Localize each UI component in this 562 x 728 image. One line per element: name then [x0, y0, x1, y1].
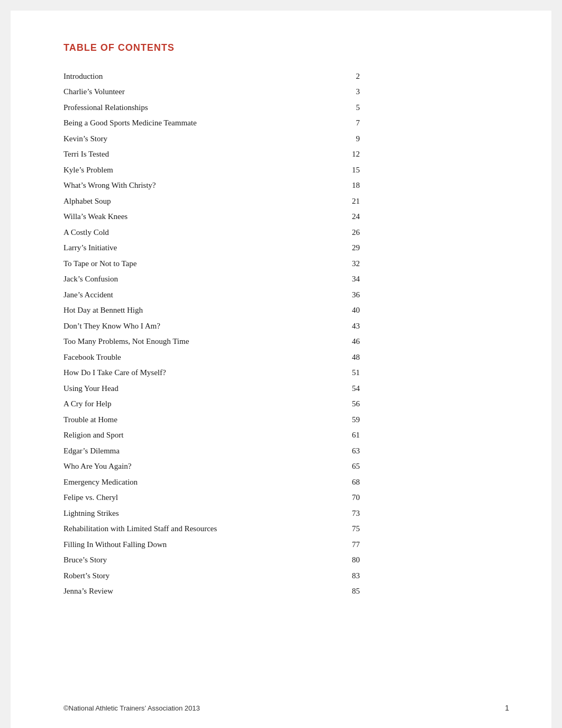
toc-entry-title: Being a Good Sports Medicine Teammate [64, 115, 318, 131]
toc-entry-title: Facebook Trouble [64, 349, 318, 365]
toc-row: Facebook Trouble48 [64, 349, 381, 365]
page: TABLE OF CONTENTS Introduction2Charlie’s… [11, 11, 551, 728]
toc-entry-page: 65 [318, 459, 381, 475]
toc-entry-title: Who Are You Again? [64, 459, 318, 475]
toc-entry-page: 9 [318, 131, 381, 147]
toc-entry-page: 59 [318, 412, 381, 427]
toc-entry-title: Robert’s Story [64, 568, 318, 584]
toc-entry-page: 43 [318, 318, 381, 334]
toc-entry-title: Jack’s Confusion [64, 271, 318, 287]
toc-row: Being a Good Sports Medicine Teammate7 [64, 115, 381, 131]
toc-row: Who Are You Again?65 [64, 459, 381, 475]
toc-entry-title: How Do I Take Care of Myself? [64, 365, 318, 381]
toc-entry-title: Hot Day at Bennett High [64, 303, 318, 319]
toc-entry-page: 3 [318, 84, 381, 100]
toc-entry-title: Filling In Without Falling Down [64, 536, 318, 552]
toc-entry-page: 40 [318, 303, 381, 319]
toc-entry-page: 24 [318, 209, 381, 225]
toc-entry-page: 34 [318, 271, 381, 287]
toc-entry-page: 21 [318, 193, 381, 209]
toc-row: Emergency Medication68 [64, 474, 381, 490]
toc-entry-title: Willa’s Weak Knees [64, 209, 318, 225]
toc-entry-page: 68 [318, 474, 381, 490]
toc-entry-title: Larry’s Initiative [64, 240, 318, 256]
toc-entry-title: Using Your Head [64, 380, 318, 396]
toc-entry-page: 61 [318, 427, 381, 443]
toc-row: Willa’s Weak Knees24 [64, 209, 381, 225]
toc-row: To Tape or Not to Tape32 [64, 256, 381, 271]
toc-entry-title: Professional Relationships [64, 99, 318, 115]
toc-entry-page: 83 [318, 568, 381, 584]
toc-entry-title: Charlie’s Volunteer [64, 84, 318, 100]
toc-entry-page: 77 [318, 536, 381, 552]
toc-entry-title: Introduction [64, 68, 318, 84]
toc-row: Trouble at Home59 [64, 412, 381, 427]
toc-entry-page: 56 [318, 396, 381, 412]
toc-row: Bruce’s Story80 [64, 552, 381, 568]
toc-entry-page: 73 [318, 505, 381, 521]
toc-row: Don’t They Know Who I Am?43 [64, 318, 381, 334]
footer-page-number: 1 [505, 704, 509, 712]
footer: ©National Athletic Trainers’ Association… [11, 704, 551, 712]
footer-copyright: ©National Athletic Trainers’ Association… [64, 704, 200, 712]
toc-entry-title: Alphabet Soup [64, 193, 318, 209]
toc-entry-page: 7 [318, 115, 381, 131]
toc-row: Too Many Problems, Not Enough Time46 [64, 334, 381, 350]
toc-entry-title: Felipe vs. Cheryl [64, 490, 318, 506]
toc-entry-page: 18 [318, 178, 381, 194]
toc-entry-title: Lightning Strikes [64, 505, 318, 521]
toc-entry-page: 46 [318, 334, 381, 350]
toc-entry-page: 80 [318, 552, 381, 568]
toc-entry-page: 2 [318, 68, 381, 84]
toc-entry-title: Religion and Sport [64, 427, 318, 443]
toc-entry-title: To Tape or Not to Tape [64, 256, 318, 271]
toc-row: Jack’s Confusion34 [64, 271, 381, 287]
toc-entry-title: Emergency Medication [64, 474, 318, 490]
toc-row: Jenna’s Review85 [64, 584, 381, 599]
toc-heading: TABLE OF CONTENTS [64, 42, 509, 53]
toc-entry-title: Kyle’s Problem [64, 162, 318, 178]
toc-entry-title: Don’t They Know Who I Am? [64, 318, 318, 334]
toc-entry-page: 75 [318, 521, 381, 537]
toc-entry-page: 15 [318, 162, 381, 178]
toc-entry-page: 32 [318, 256, 381, 271]
toc-row: Terri Is Tested12 [64, 147, 381, 162]
toc-row: Felipe vs. Cheryl70 [64, 490, 381, 506]
toc-row: Jane’s Accident36 [64, 287, 381, 303]
toc-row: Lightning Strikes73 [64, 505, 381, 521]
toc-entry-page: 26 [318, 224, 381, 240]
toc-entry-title: Too Many Problems, Not Enough Time [64, 334, 318, 350]
toc-entry-page: 51 [318, 365, 381, 381]
toc-row: Charlie’s Volunteer3 [64, 84, 381, 100]
toc-entry-title: Terri Is Tested [64, 147, 318, 162]
toc-entry-page: 12 [318, 147, 381, 162]
toc-row: Professional Relationships5 [64, 99, 381, 115]
toc-entry-title: Rehabilitation with Limited Staff and Re… [64, 521, 318, 537]
toc-entry-page: 70 [318, 490, 381, 506]
toc-entry-title: A Costly Cold [64, 224, 318, 240]
toc-row: What’s Wrong With Christy?18 [64, 178, 381, 194]
toc-row: Filling In Without Falling Down77 [64, 536, 381, 552]
toc-entry-title: Jenna’s Review [64, 584, 318, 599]
toc-row: Religion and Sport61 [64, 427, 381, 443]
toc-row: Kyle’s Problem15 [64, 162, 381, 178]
toc-entry-page: 63 [318, 443, 381, 459]
toc-row: Kevin’s Story9 [64, 131, 381, 147]
toc-entry-page: 36 [318, 287, 381, 303]
toc-entry-title: Bruce’s Story [64, 552, 318, 568]
toc-row: Robert’s Story83 [64, 568, 381, 584]
toc-entry-title: Kevin’s Story [64, 131, 318, 147]
toc-row: A Cry for Help56 [64, 396, 381, 412]
toc-row: A Costly Cold26 [64, 224, 381, 240]
toc-row: Introduction2 [64, 68, 381, 84]
toc-row: Larry’s Initiative29 [64, 240, 381, 256]
toc-row: Rehabilitation with Limited Staff and Re… [64, 521, 381, 537]
toc-entry-title: Edgar’s Dilemma [64, 443, 318, 459]
toc-entry-page: 48 [318, 349, 381, 365]
toc-entry-title: Jane’s Accident [64, 287, 318, 303]
toc-table: Introduction2Charlie’s Volunteer3Profess… [64, 68, 381, 599]
toc-entry-page: 29 [318, 240, 381, 256]
toc-row: Hot Day at Bennett High40 [64, 303, 381, 319]
toc-entry-title: A Cry for Help [64, 396, 318, 412]
toc-entry-page: 54 [318, 380, 381, 396]
